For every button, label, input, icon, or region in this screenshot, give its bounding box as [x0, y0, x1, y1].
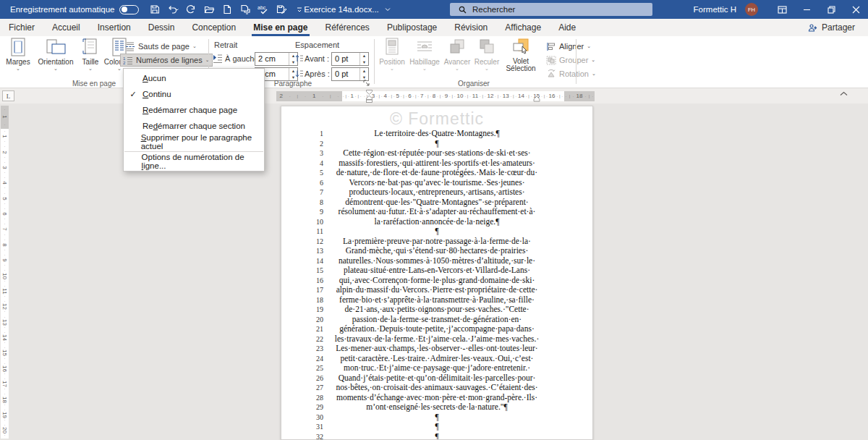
- ribbon-display-options-icon[interactable]: [770, 0, 794, 19]
- document-line[interactable]: 30¶: [281, 412, 592, 423]
- document-line[interactable]: 18ferme·bio·et·s’apprête·à·la·transmettr…: [281, 295, 592, 305]
- save-as-icon[interactable]: [276, 4, 287, 15]
- redo-icon[interactable]: [185, 4, 197, 15]
- document-line[interactable]: 1Le·territoire·des·Quatre·Montagnes.¶: [281, 129, 592, 139]
- minimize-icon[interactable]: [794, 0, 819, 19]
- right-indent-marker[interactable]: [533, 96, 540, 102]
- menu-item-continu[interactable]: ✓Continu: [124, 86, 264, 102]
- tab-aide[interactable]: Aide: [550, 19, 584, 36]
- tab-accueil[interactable]: Accueil: [43, 19, 89, 36]
- hruler-content[interactable]: ·|·1·|· ·|·3·|·4·|·5·|·6·|·7·|·8·|·9·|·1…: [342, 91, 564, 101]
- line-numbers-button[interactable]: 12 Numéros de lignes ⌄: [120, 54, 213, 67]
- hruler-right-margin[interactable]: ·|·18·|·: [564, 91, 595, 101]
- dialog-launcher-icon[interactable]: [363, 80, 371, 88]
- document-title-area[interactable]: Exercice 14a.docx...: [289, 0, 405, 19]
- open-folder-icon[interactable]: [203, 4, 215, 15]
- document-line[interactable]: 16qui,·avec·Corrençon·forme·le·plus·gran…: [281, 276, 592, 286]
- document-line[interactable]: 4massifs·forestiers,·qui·attirent·les·sp…: [281, 158, 592, 169]
- document-line[interactable]: 19de·21·ans,·aux·petits·oignons·pour·ses…: [281, 305, 592, 315]
- menu-item-redemarrer-chaque-section[interactable]: Redémarrer chaque section: [124, 118, 264, 134]
- document-line[interactable]: 5de·nature,·de·flore·et·de·faune·protégé…: [281, 168, 592, 178]
- document-line[interactable]: 3Cette·région·est·réputée·pour·ses·stati…: [281, 148, 592, 158]
- tab-publipostage[interactable]: Publipostage: [378, 19, 446, 36]
- spellcheck-icon[interactable]: abc: [258, 4, 269, 15]
- align-button[interactable]: Aligner ⌄: [544, 40, 593, 53]
- tab-revision[interactable]: Révision: [446, 19, 496, 36]
- restore-icon[interactable]: [819, 0, 843, 19]
- document-line[interactable]: 11¶: [281, 227, 592, 237]
- document-line[interactable]: 32¶: [281, 432, 592, 440]
- tab-fichier[interactable]: Fichier: [0, 19, 43, 36]
- document-line[interactable]: 8démontrent·que·les·"Quatre·Montagnes"·s…: [281, 198, 592, 208]
- document-line[interactable]: 12La·première·preuve·par·notre·passage·à…: [281, 237, 592, 247]
- document-line[interactable]: 15plateau·situé·entre·Lans-en-Vercors·et…: [281, 266, 592, 276]
- spinner-arrows[interactable]: ▲▼: [359, 68, 368, 80]
- document-line[interactable]: 28moments·d’échange·avec·mon·père·et·mon…: [281, 393, 592, 403]
- avatar[interactable]: FH: [745, 3, 758, 16]
- tab-conception[interactable]: Conception: [183, 19, 244, 36]
- send-backward-button[interactable]: Reculer ⌄: [473, 38, 501, 78]
- menu-item-redemarrer-chaque-page[interactable]: Redémarrer chaque page: [124, 102, 264, 118]
- close-icon[interactable]: [843, 0, 868, 19]
- orientation-button[interactable]: Orientation ⌄: [35, 38, 77, 78]
- tab-insertion[interactable]: Insertion: [89, 19, 140, 36]
- document-line[interactable]: 17alpin·du·massif·du·Vercors.·Pierre·est…: [281, 285, 592, 295]
- margins-button[interactable]: Marges ⌄: [3, 38, 33, 78]
- document-line[interactable]: 27nos·bêtes,·on·croisait·des·animaux·sau…: [281, 383, 592, 393]
- group-button[interactable]: Grouper ⌄: [544, 54, 597, 67]
- spacing-before-field[interactable]: 0 pt ▲▼: [331, 52, 369, 66]
- save-icon[interactable]: [149, 4, 161, 15]
- document-line[interactable]: 20passion·de·la·ferme·se·transmet·de·gén…: [281, 315, 592, 325]
- document-line[interactable]: 9résolument·au·futur.·Et·à·s’adapter·au·…: [281, 207, 592, 217]
- document-line[interactable]: 26Quand·j’étais·petite·et·qu’on·délimita…: [281, 373, 592, 384]
- ruler-tick: ·: [556, 91, 558, 101]
- tab-selector[interactable]: L: [2, 90, 14, 101]
- tab-mise-en-page[interactable]: Mise en page: [244, 19, 316, 36]
- selection-pane-button[interactable]: Volet Sélection: [502, 38, 540, 78]
- tab-affichage[interactable]: Affichage: [496, 19, 550, 36]
- vertical-ruler[interactable]: ·1· ·1··2··3··4··5··6··7··8··9··10··11··…: [1, 106, 9, 439]
- wrap-text-button[interactable]: Habillage ⌄: [408, 38, 441, 78]
- tab-dessin[interactable]: Dessin: [140, 19, 184, 36]
- document-line[interactable]: 7producteurs·locaux,·entrepreneurs,·arti…: [281, 187, 592, 198]
- print-preview-icon[interactable]: [239, 4, 251, 15]
- page-breaks-button[interactable]: Sauts de page ⌄: [123, 40, 199, 53]
- document-line[interactable]: 13Grand·mèche,·qui·s’étend·sur·80·hectar…: [281, 246, 592, 256]
- rotate-button[interactable]: Rotation ⌄: [544, 67, 598, 80]
- document-line[interactable]: 29m’ont·enseigné·les·secrets·de·la·natur…: [281, 402, 592, 412]
- document-line[interactable]: 22les·travaux·de·la·ferme.·Et·j’aime·cel…: [281, 334, 592, 344]
- indent-marker[interactable]: [365, 89, 373, 103]
- document-line[interactable]: 31¶: [281, 422, 592, 432]
- indent-left-field[interactable]: 2 cm ▲▼: [255, 52, 298, 66]
- line-number: 17: [310, 285, 323, 295]
- document-line[interactable]: 2¶: [281, 139, 592, 149]
- menu-item-supprimer-pour-le-paragraphe-actuel[interactable]: Supprimer pour le paragraphe actuel: [124, 134, 264, 150]
- bring-forward-button[interactable]: Avancer ⌄: [443, 38, 472, 78]
- menu-item-aucun[interactable]: Aucun: [124, 70, 264, 86]
- search-input[interactable]: Rechercher: [450, 3, 652, 16]
- document-line[interactable]: 14naturelles.·Nous·sommes·à·1050·mètres·…: [281, 256, 592, 266]
- hruler-left-margin[interactable]: 2·|·1·|·: [276, 91, 342, 101]
- document-line[interactable]: 21génération.·Depuis·toute·petite,·j’acc…: [281, 324, 592, 334]
- line-number: 16: [310, 276, 323, 286]
- autosave-toggle[interactable]: [119, 5, 139, 14]
- document-line[interactable]: 23Les·mener·aux·champs,·les·observer·-·e…: [281, 344, 592, 354]
- document-page[interactable]: © Formettic 1Le·territoire·des·Quatre·Mo…: [281, 106, 593, 440]
- new-document-icon[interactable]: [221, 4, 233, 15]
- spinner-arrows[interactable]: ▲▼: [359, 53, 368, 65]
- document-line[interactable]: 24petit·caractère.·Les·traire.·Admirer·l…: [281, 354, 592, 364]
- user-name[interactable]: Formettic H: [694, 5, 736, 14]
- document-text[interactable]: 1Le·territoire·des·Quatre·Montagnes.¶2¶3…: [281, 129, 592, 440]
- ruler-tick: ·: [469, 91, 471, 101]
- document-line[interactable]: 10la·raréfaction·annoncée·de·la·neige.¶: [281, 217, 592, 227]
- undo-icon[interactable]: [167, 4, 179, 15]
- document-line[interactable]: 25mon·truc.·Et·j’aime·ce·paysage·que·j’a…: [281, 363, 592, 373]
- collapse-ribbon-icon[interactable]: [840, 91, 848, 96]
- line-number: 19: [310, 305, 323, 315]
- menu-item-options-de-numerotation-de-ligne[interactable]: Options de numérotation de ligne...: [124, 153, 264, 169]
- position-button[interactable]: Position ⌄: [378, 38, 407, 78]
- document-line[interactable]: 6Vercors·ne·bat·pas·qu’avec·le·tourisme.…: [281, 178, 592, 188]
- share-button[interactable]: Partager: [802, 19, 861, 36]
- tab-references[interactable]: Références: [317, 19, 378, 36]
- size-button[interactable]: Taille ⌄: [78, 38, 103, 78]
